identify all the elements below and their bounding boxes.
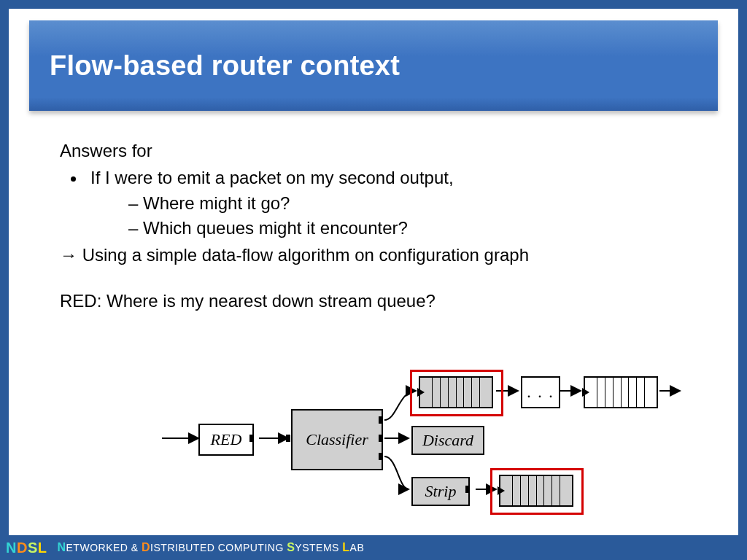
footer: N D S L NETWORKED & DISTRIBUTED COMPUTIN…: [0, 535, 747, 560]
queue-top-highlight: [410, 370, 503, 416]
queue-bottom-highlight: [490, 468, 584, 515]
discard-box: Discard: [411, 426, 484, 455]
bullet-list: If I were to emit a packet on my second …: [86, 166, 702, 241]
red-box: RED: [198, 424, 254, 456]
answers-for-label: Answers for: [60, 139, 702, 164]
classifier-in-port: [286, 435, 290, 442]
title-bar: Flow-based router context: [29, 20, 718, 111]
red-box-label: RED: [211, 428, 242, 451]
logo-letter-s: S: [28, 540, 38, 556]
flow-diagram: RED Classifier . . .: [155, 362, 680, 515]
strip-label: Strip: [425, 480, 457, 503]
discard-label: Discard: [422, 429, 473, 452]
classifier-out-port-2: [379, 435, 383, 442]
classifier-box: Classifier: [291, 409, 383, 470]
arrow-icon: →: [60, 245, 77, 265]
body-content: Answers for If I were to emit a packet o…: [60, 139, 702, 314]
lab-name: NETWORKED & DISTRIBUTED COMPUTING SYSTEM…: [57, 541, 364, 554]
classifier-out-port-3: [379, 453, 383, 460]
red-question: RED: Where is my nearest down stream que…: [60, 289, 702, 314]
lab-distributed: ISTRIBUTED COMPUTING: [150, 542, 287, 553]
lab-lab: AB: [350, 542, 365, 553]
red-out-port: [249, 435, 254, 442]
lab-n: N: [57, 541, 66, 553]
sub-bullet-1: Where might it go?: [128, 191, 702, 217]
lab-d: D: [142, 541, 150, 553]
lab-l: L: [342, 541, 349, 553]
bullet-1-text: If I were to emit a packet on my second …: [90, 168, 454, 187]
logo-letter-n: N: [6, 540, 17, 556]
strip-out-port: [465, 486, 470, 493]
lab-s: S: [287, 541, 295, 553]
conclusion-text: Using a simple data-flow algorithm on co…: [82, 245, 529, 265]
lab-systems: YSTEMS: [295, 542, 342, 553]
queue-top-right-in-icon: [582, 388, 589, 397]
logo-letter-d: D: [17, 540, 28, 556]
dots-box: . . .: [521, 376, 560, 408]
ndsl-logo: N D S L: [6, 540, 47, 556]
strip-box: Strip: [411, 477, 470, 506]
queue-top-right: [584, 376, 658, 408]
bullet-1: If I were to emit a packet on my second …: [86, 166, 702, 241]
conclusion-line: → Using a simple data-flow algorithm on …: [60, 243, 702, 268]
lab-networked: ETWORKED &: [66, 542, 142, 553]
slide: Flow-based router context Answers for If…: [9, 9, 738, 535]
logo-letter-l: L: [38, 540, 47, 556]
sub-list: Where might it go? Which queues might it…: [128, 191, 702, 242]
classifier-label: Classifier: [306, 428, 368, 451]
sub-bullet-2: Which queues might it encounter?: [128, 216, 702, 241]
dots-label: . . .: [527, 381, 554, 404]
classifier-out-port-1: [379, 416, 383, 424]
slide-title: Flow-based router context: [50, 50, 400, 82]
